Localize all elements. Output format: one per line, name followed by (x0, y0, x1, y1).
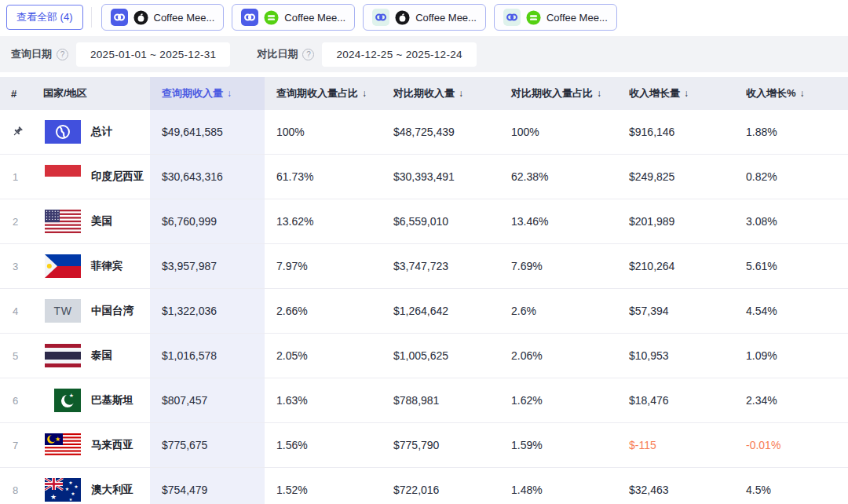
column-header-2[interactable]: 查询期收入量↓ (150, 77, 265, 110)
table-body: 总计$49,641,585100%$48,725,439100%$916,146… (0, 110, 848, 504)
sort-desc-icon[interactable]: ↓ (684, 88, 689, 99)
query-revenue-share: 1.56% (265, 439, 382, 451)
column-label: 查询期收入量占比 (276, 86, 358, 100)
country-name: 中国台湾 (91, 304, 133, 318)
compare-revenue: $48,725,439 (382, 126, 499, 138)
total-row: 总计$49,641,585100%$48,725,439100%$916,146… (0, 110, 848, 155)
country-cell[interactable]: ★ ★ ★ ★ ★ ★澳大利亚 (31, 478, 150, 502)
help-icon[interactable]: ? (57, 49, 68, 60)
compare-revenue: $1,005,625 (382, 349, 499, 362)
compare-revenue-share: 1.62% (499, 394, 617, 407)
compare-revenue-share: 1.48% (499, 484, 617, 496)
app-name: Coffee Mee... (415, 12, 477, 24)
table-row: 2美国$6,760,99913.62%$6,559,01013.46%$201,… (0, 199, 848, 244)
revenue-growth-pct: 5.61% (734, 260, 848, 272)
compare-revenue: $3,747,723 (382, 260, 499, 272)
query-revenue-share: 1.52% (265, 484, 382, 496)
country-cell[interactable]: TW中国台湾 (31, 299, 150, 323)
compare-date-label: 对比日期 (257, 47, 298, 61)
query-revenue: $775,675 (150, 423, 265, 467)
app-tab-2[interactable]: Coffee Mee... (232, 4, 355, 31)
sort-desc-icon[interactable]: ↓ (597, 88, 601, 99)
app-tab-1[interactable]: Coffee Mee... (101, 4, 225, 31)
app-link-icon (112, 10, 126, 24)
column-label: # (11, 88, 16, 100)
table-row: 6 ★巴基斯坦$807,4571.63%$788,9811.62%$18,476… (0, 378, 848, 423)
app-name: Coffee Mee... (546, 12, 608, 24)
revenue-growth: $32,463 (617, 484, 734, 496)
column-header-3[interactable]: 查询期收入量占比↓ (265, 77, 382, 110)
revenue-growth-pct: 4.54% (734, 305, 848, 317)
country-cell[interactable]: 印度尼西亚 (31, 165, 150, 188)
apple-ios-icon (395, 10, 410, 25)
table-row: 4TW中国台湾$1,322,0362.66%$1,264,6422.6%$57,… (0, 289, 848, 334)
compare-revenue-share: 2.06% (499, 349, 617, 362)
app-badge (111, 9, 128, 26)
pinned-indicator[interactable] (0, 126, 31, 138)
country-cell[interactable]: ★马来西亚 (31, 433, 150, 457)
query-revenue: $754,479 (150, 468, 265, 504)
column-header-1: 国家/地区 (31, 77, 150, 110)
column-label: 国家/地区 (43, 86, 87, 100)
revenue-growth-pct: 0.82% (734, 170, 848, 183)
app-tabs: Coffee Mee... Coffee Mee... Coffee Mee..… (101, 4, 617, 31)
column-label: 收入增长量 (629, 86, 680, 100)
svg-text:★: ★ (65, 487, 69, 491)
svg-text:★: ★ (68, 480, 72, 485)
query-date-range-input[interactable]: 2025-01-01 ~ 2025-12-31 (76, 42, 230, 67)
compare-revenue-share: 2.6% (499, 305, 617, 317)
column-header-6[interactable]: 收入增长量↓ (617, 77, 734, 110)
app-badge (372, 9, 389, 26)
svg-text:★: ★ (69, 393, 74, 398)
country-cell[interactable]: 美国 (31, 210, 150, 233)
table-row: 5 泰国$1,016,5782.05%$1,005,6252.06%$10,95… (0, 334, 848, 378)
compare-revenue: $722,016 (382, 484, 499, 496)
query-revenue-share: 13.62% (265, 215, 382, 228)
sort-desc-icon[interactable]: ↓ (800, 88, 805, 99)
column-label: 收入增长% (746, 86, 796, 100)
compare-revenue-share: 62.38% (499, 170, 617, 183)
android-icon (264, 10, 279, 25)
flag-tw-placeholder: TW (45, 299, 81, 323)
sort-desc-icon[interactable]: ↓ (459, 88, 463, 99)
revenue-growth-pct: 4.5% (734, 484, 848, 496)
app-badge (241, 9, 258, 26)
country-cell[interactable]: ★巴基斯坦 (31, 389, 150, 412)
svg-text:★: ★ (69, 497, 73, 502)
country-name: 泰国 (91, 349, 112, 363)
country-cell[interactable]: 总计 (31, 120, 150, 144)
query-date-label: 查询日期 (11, 47, 52, 61)
sort-desc-icon[interactable]: ↓ (362, 88, 367, 99)
flag-th-icon (45, 344, 81, 367)
apple-ios-icon (133, 10, 148, 25)
country-cell[interactable]: 泰国 (31, 344, 150, 367)
column-header-4[interactable]: 对比期收入量↓ (382, 77, 499, 110)
query-revenue: $1,016,578 (150, 334, 265, 378)
help-icon[interactable]: ? (302, 49, 314, 60)
revenue-table: #国家/地区查询期收入量↓查询期收入量占比↓对比期收入量↓对比期收入量占比↓收入… (0, 77, 848, 504)
compare-date-range-input[interactable]: 2024-12-25 ~ 2025-12-24 (322, 42, 476, 67)
rank-number: 3 (0, 261, 31, 272)
svg-text:★: ★ (74, 484, 78, 489)
view-all-button[interactable]: 查看全部 (4) (6, 5, 83, 30)
rank-number: 6 (0, 395, 31, 407)
android-icon (526, 10, 541, 25)
column-label: 对比期收入量 (393, 86, 455, 100)
app-tab-4[interactable]: Coffee Mee... (494, 4, 617, 31)
flag-pk-icon: ★ (45, 389, 81, 412)
column-header-7[interactable]: 收入增长%↓ (734, 77, 848, 110)
country-cell[interactable]: 菲律宾 (31, 254, 150, 278)
query-revenue-share: 2.66% (265, 305, 382, 317)
query-revenue-share: 61.73% (265, 170, 382, 183)
sort-desc-icon[interactable]: ↓ (227, 88, 232, 99)
revenue-growth-pct: 3.08% (734, 215, 848, 228)
app-tab-3[interactable]: Coffee Mee... (363, 4, 486, 31)
query-revenue: $807,457 (150, 378, 265, 422)
revenue-growth: $249,825 (617, 170, 734, 183)
compare-revenue-share: 7.69% (499, 260, 617, 272)
query-revenue-share: 1.63% (265, 394, 382, 407)
column-header-5[interactable]: 对比期收入量占比↓ (499, 77, 617, 110)
app-link-icon (243, 10, 257, 24)
flag-ph-icon (45, 254, 81, 278)
svg-text:★: ★ (55, 436, 60, 443)
